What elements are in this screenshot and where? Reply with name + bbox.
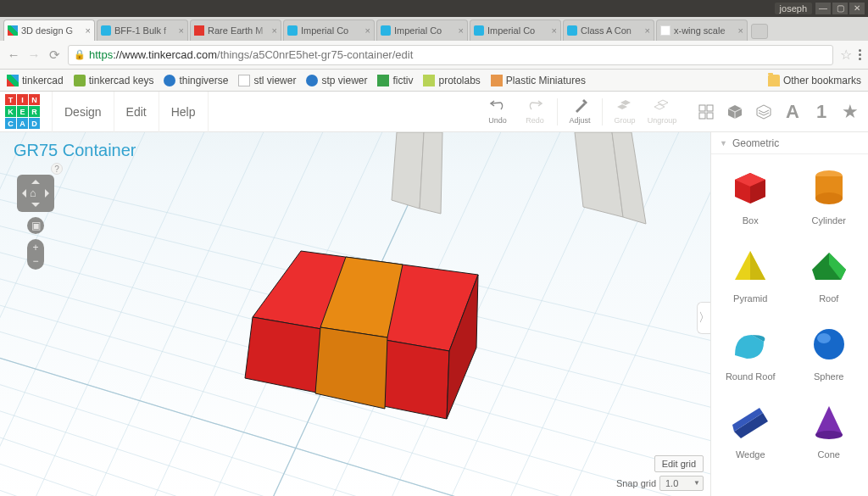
forward-button[interactable]: →	[27, 48, 41, 62]
canvas-3d-view[interactable]: GR75 Container ? ⌂ ▣ + − 〉 Edit grid Sna…	[0, 132, 710, 496]
panel-toggle-button[interactable]: 〉	[697, 302, 710, 334]
shape-dome[interactable]	[711, 466, 790, 496]
os-maximize-button[interactable]: ▢	[832, 3, 848, 14]
workplane-tool-icon[interactable]	[695, 101, 717, 123]
logo-letter: C	[5, 118, 16, 129]
view-help-button[interactable]: ?	[51, 163, 63, 175]
app-toolbar: TINKERCAD DesignEditHelp UndoRedoAdjustG…	[0, 92, 868, 132]
chrome-menu-button[interactable]	[859, 49, 861, 60]
shape-label: Sphere	[814, 371, 843, 382]
redo-button: Redo	[516, 92, 554, 132]
shape-Cone[interactable]: Cone	[790, 388, 869, 466]
url-host: ://www.tinkercad.com	[113, 48, 217, 61]
shape-Round Roof[interactable]: Round Roof	[711, 310, 790, 388]
bookmark-item[interactable]: tinkercad keys	[74, 75, 154, 86]
edit-grid-button[interactable]: Edit grid	[654, 455, 704, 472]
shape-label: Round Roof	[726, 371, 776, 382]
shape-Pyramid[interactable]: Pyramid	[711, 232, 790, 310]
home-view-icon[interactable]: ⌂	[30, 187, 36, 199]
tab-close-icon[interactable]: ×	[179, 25, 184, 36]
undo-button[interactable]: Undo	[479, 92, 516, 132]
adjust-button[interactable]: Adjust	[561, 92, 598, 132]
adjust-icon	[572, 99, 587, 114]
bookmark-item[interactable]: tinkercad	[7, 75, 64, 86]
svg-point-69	[817, 333, 831, 343]
text-tool-icon[interactable]: A	[782, 101, 804, 123]
orbit-down-icon[interactable]	[31, 203, 40, 211]
shape-Sphere[interactable]: Sphere	[790, 310, 869, 388]
zoom-buttons: + −	[27, 239, 44, 270]
app-menu-help[interactable]: Help	[159, 92, 209, 132]
svg-point-68	[814, 329, 844, 359]
favicon-icon	[194, 25, 204, 36]
address-bar[interactable]: 🔒 https://www.tinkercad.com/things/a5C0n…	[68, 45, 833, 65]
shape-Roof[interactable]: Roof	[790, 232, 869, 310]
logo-letter: E	[17, 106, 28, 117]
tab-close-icon[interactable]: ×	[645, 25, 650, 36]
tab-close-icon[interactable]: ×	[365, 25, 370, 36]
bookmark-item[interactable]: Plastic Miniatures	[491, 75, 586, 86]
browser-tab[interactable]: 3D design G ×	[3, 20, 95, 41]
bookmark-item[interactable]: stp viewer	[306, 75, 367, 86]
shape-thumb-icon	[805, 322, 853, 366]
os-minimize-button[interactable]: —	[815, 3, 831, 14]
browser-tab[interactable]: Rare Earth M ×	[190, 20, 281, 41]
solid-cube-icon[interactable]	[724, 101, 746, 123]
zoom-out-button[interactable]: −	[27, 254, 44, 268]
app-menu-edit[interactable]: Edit	[114, 92, 159, 132]
panel-category-header[interactable]: ▼ Geometric	[711, 132, 868, 154]
orbit-left-icon[interactable]	[18, 189, 26, 198]
bookmark-label: Plastic Miniatures	[506, 75, 586, 86]
tab-close-icon[interactable]: ×	[272, 25, 277, 36]
tab-close-icon[interactable]: ×	[86, 25, 91, 36]
fit-view-button[interactable]: ▣	[27, 217, 44, 234]
bookmark-item[interactable]: protolabs	[423, 75, 480, 86]
shape-hex[interactable]	[790, 466, 869, 496]
logo-letter: A	[17, 118, 28, 129]
orbit-up-icon[interactable]	[31, 176, 40, 184]
os-title-bar: joseph — ▢ ✕	[0, 0, 868, 17]
reload-button[interactable]: ⟳	[47, 48, 61, 62]
bookmark-item[interactable]: thingiverse	[164, 75, 228, 86]
snap-grid-select[interactable]: 1.0	[659, 476, 704, 491]
bookmark-star-icon[interactable]: ☆	[840, 47, 852, 63]
tab-close-icon[interactable]: ×	[459, 25, 464, 36]
browser-tab[interactable]: x-wing scale ×	[656, 20, 748, 41]
bookmark-label: tinkercad	[22, 75, 64, 86]
back-button[interactable]: ←	[7, 48, 20, 62]
shape-Cylinder[interactable]: Cylinder	[790, 154, 869, 232]
striped-cube-icon[interactable]	[753, 101, 775, 123]
browser-tab[interactable]: Imperial Co ×	[376, 20, 468, 41]
favicon-icon	[101, 25, 111, 36]
view-controls: ? ⌂ ▣ + −	[10, 175, 61, 275]
bookmark-item[interactable]: stl viewer	[238, 75, 296, 86]
browser-tab[interactable]: Imperial Co ×	[283, 20, 375, 41]
tab-title: BFF-1 Bulk f	[114, 25, 177, 36]
shape-label: Wedge	[736, 449, 765, 460]
bookmark-item[interactable]: fictiv	[377, 75, 413, 86]
tab-close-icon[interactable]: ×	[738, 25, 743, 36]
orbit-right-icon[interactable]	[45, 189, 53, 198]
browser-tab[interactable]: BFF-1 Bulk f ×	[97, 20, 188, 41]
shape-Wedge[interactable]: Wedge	[711, 388, 790, 466]
number-tool-icon[interactable]: 1	[810, 101, 832, 123]
tab-close-icon[interactable]: ×	[552, 25, 557, 36]
app-menu-design[interactable]: Design	[52, 92, 114, 132]
project-title[interactable]: GR75 Container	[14, 141, 136, 160]
other-bookmarks-button[interactable]: Other bookmarks	[768, 75, 861, 86]
zoom-in-button[interactable]: +	[27, 241, 44, 254]
svg-marker-72	[815, 406, 843, 435]
tab-title: x-wing scale	[674, 25, 737, 36]
new-tab-button[interactable]	[751, 24, 768, 39]
logo-letter: T	[5, 94, 16, 105]
favorites-star-icon[interactable]: ★	[839, 101, 861, 123]
shape-label: Cylinder	[812, 215, 846, 226]
browser-tab[interactable]: Class A Con ×	[563, 20, 654, 41]
os-close-button[interactable]: ✕	[849, 3, 865, 14]
shapes-panel: ▼ Geometric BoxCylinderPyramidRoofRound …	[710, 132, 868, 496]
tinkercad-logo[interactable]: TINKERCAD	[0, 92, 45, 132]
browser-tab[interactable]: Imperial Co ×	[470, 20, 561, 41]
shape-Box[interactable]: Box	[711, 154, 790, 232]
other-bookmarks-label: Other bookmarks	[783, 75, 861, 86]
view-cube[interactable]: ⌂	[17, 175, 54, 212]
